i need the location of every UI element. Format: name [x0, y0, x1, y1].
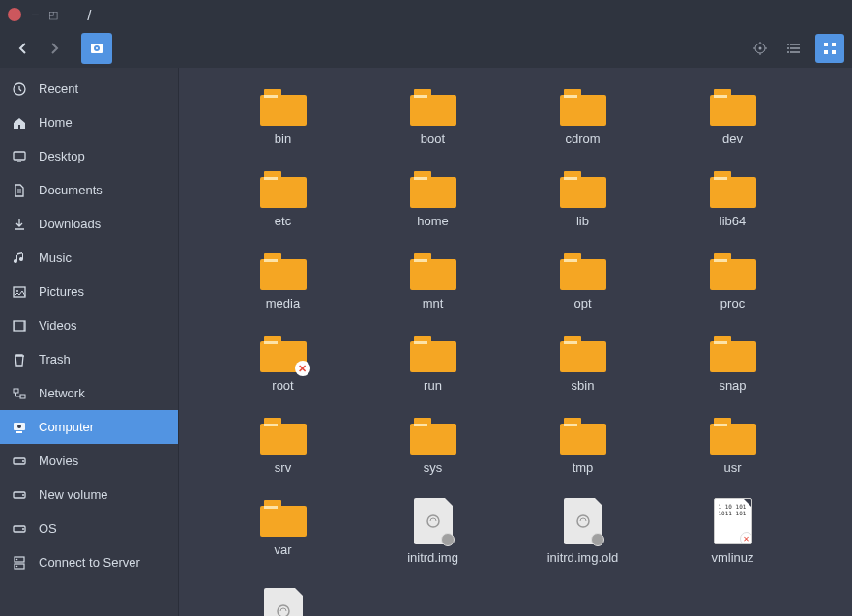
list-view-button[interactable] — [780, 34, 809, 63]
clock-icon — [12, 81, 27, 97]
folder-icon — [260, 169, 307, 208]
svg-point-33 — [16, 565, 18, 567]
file-item[interactable]: snap — [658, 334, 808, 393]
sidebar-item-pictures[interactable]: Pictures — [0, 275, 178, 308]
denied-badge-icon — [740, 532, 752, 544]
sidebar-item-videos[interactable]: Videos — [0, 308, 178, 342]
folder-icon — [410, 169, 456, 208]
sidebar-item-documents[interactable]: Documents — [0, 173, 178, 207]
svg-rect-11 — [832, 50, 836, 54]
file-item[interactable]: boot — [358, 87, 508, 146]
document-file-icon — [564, 498, 602, 544]
file-item[interactable]: tmp — [508, 416, 658, 475]
file-label: var — [274, 543, 291, 557]
file-item[interactable]: var — [208, 498, 358, 565]
file-label: lib64 — [720, 214, 746, 228]
file-label: sys — [424, 460, 443, 475]
file-label: opt — [573, 296, 591, 310]
file-item[interactable]: root — [208, 334, 358, 393]
file-item[interactable]: sys — [358, 416, 508, 475]
back-button[interactable] — [8, 33, 39, 64]
file-label: proc — [720, 296, 745, 310]
svg-point-5 — [787, 44, 789, 45]
window-maximize-button[interactable]: ◰ — [48, 9, 58, 21]
svg-point-34 — [427, 515, 439, 527]
file-item[interactable]: initrd.img — [358, 498, 508, 565]
file-item[interactable]: media — [208, 251, 358, 310]
svg-rect-8 — [824, 43, 828, 46]
file-label: boot — [421, 132, 445, 146]
sidebar-item-downloads[interactable]: Downloads — [0, 207, 178, 241]
file-item[interactable]: 1 10 101 1011 101vmlinuz — [658, 498, 808, 565]
sidebar-item-home[interactable]: Home — [0, 105, 178, 139]
folder-icon — [260, 416, 307, 455]
svg-point-15 — [16, 290, 18, 292]
grid-view-button[interactable] — [815, 34, 844, 63]
file-label: usr — [723, 460, 741, 475]
music-icon — [12, 250, 27, 266]
sidebar-item-connect[interactable]: Connect to Server — [0, 545, 178, 579]
svg-point-27 — [22, 494, 24, 496]
file-item[interactable]: initrd.img.old — [508, 498, 658, 565]
file-item[interactable]: sbin — [508, 334, 658, 393]
file-item[interactable]: home — [358, 169, 508, 228]
download-icon — [12, 217, 27, 232]
sidebar-item-music[interactable]: Music — [0, 241, 178, 275]
file-item[interactable]: mnt — [358, 251, 508, 310]
file-label: sbin — [572, 378, 595, 393]
sidebar-item-label: Pictures — [39, 284, 84, 299]
forward-button[interactable] — [39, 33, 70, 64]
file-item[interactable]: lib64 — [658, 169, 808, 228]
svg-point-7 — [787, 51, 789, 53]
sidebar-item-movies[interactable]: Movies — [0, 444, 178, 478]
path-root-chip[interactable] — [81, 33, 112, 64]
sidebar-item-label: Videos — [39, 318, 77, 333]
disk-icon — [89, 41, 104, 56]
svg-point-32 — [16, 558, 18, 560]
svg-point-35 — [577, 515, 589, 527]
sidebar-item-label: Computer — [39, 420, 94, 434]
window-close-button[interactable] — [8, 8, 21, 21]
sidebar-item-recent[interactable]: Recent — [0, 72, 178, 105]
denied-badge-icon — [295, 361, 310, 376]
sidebar-item-desktop[interactable]: Desktop — [0, 139, 178, 173]
image-icon — [12, 284, 27, 300]
document-file-icon — [264, 588, 303, 616]
link-badge-icon — [441, 533, 455, 546]
file-label: media — [266, 296, 300, 310]
svg-point-29 — [22, 528, 24, 530]
file-item[interactable]: proc — [658, 251, 808, 310]
folder-icon — [710, 416, 756, 455]
sidebar-item-network[interactable]: Network — [0, 376, 178, 410]
file-item[interactable]: lib — [508, 169, 658, 228]
sidebar-item-computer[interactable]: Computer — [0, 410, 178, 444]
file-item[interactable]: etc — [208, 169, 358, 228]
file-item[interactable]: bin — [208, 87, 358, 146]
folder-icon — [560, 87, 606, 126]
monitor-icon — [12, 149, 27, 164]
sidebar-item-trash[interactable]: Trash — [0, 342, 178, 376]
file-item[interactable]: run — [358, 334, 508, 393]
file-label: etc — [275, 214, 291, 228]
file-label: initrd.img.old — [547, 550, 619, 565]
file-item[interactable]: cdrom — [508, 87, 658, 146]
drive-icon — [12, 487, 27, 503]
location-button[interactable] — [746, 34, 775, 63]
file-item[interactable]: opt — [508, 251, 658, 310]
file-item[interactable]: srv — [208, 416, 358, 475]
sidebar-item-label: Downloads — [39, 217, 101, 231]
sidebar-item-newvolume[interactable]: New volume — [0, 478, 178, 512]
content-pane[interactable]: binbootcdromdevetchomeliblib64mediamntop… — [179, 68, 852, 616]
file-item[interactable]: dev — [658, 87, 808, 146]
svg-rect-23 — [16, 431, 22, 433]
sidebar-item-os[interactable]: OS — [0, 512, 178, 545]
folder-icon — [410, 251, 456, 290]
window-minimize-button[interactable]: − — [31, 7, 39, 22]
file-label: srv — [275, 460, 291, 475]
svg-rect-10 — [824, 50, 828, 54]
titlebar: − ◰ / — [0, 0, 852, 29]
file-item[interactable]: vmlinuz.old — [208, 588, 358, 616]
file-label: home — [417, 214, 449, 228]
file-item[interactable]: usr — [658, 416, 808, 475]
file-label: snap — [719, 378, 746, 393]
